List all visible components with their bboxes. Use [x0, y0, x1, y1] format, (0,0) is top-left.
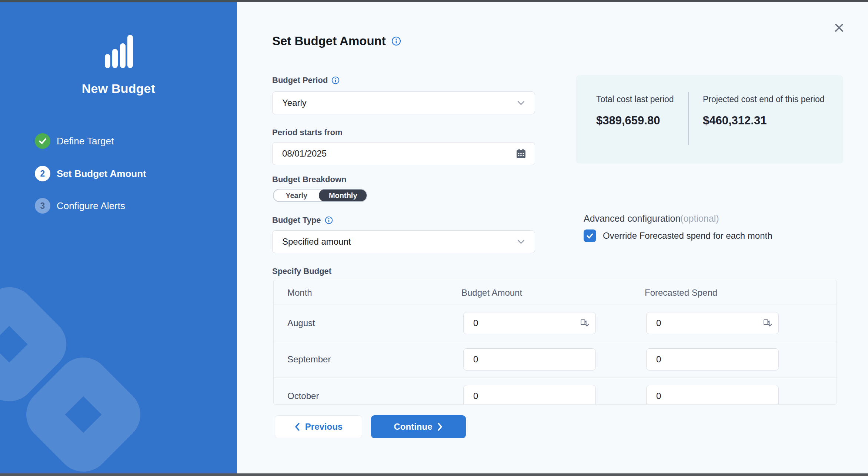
- projected-cost-label: Projected cost end of this period: [703, 93, 829, 106]
- forecasted-spend-field: [646, 348, 779, 371]
- page-title: Set Budget Amount: [272, 34, 386, 48]
- budget-period-value: Yearly: [282, 98, 307, 108]
- period-starts-label: Period starts from: [272, 128, 343, 137]
- wizard-title: New Budget: [0, 81, 237, 96]
- specify-budget-table: Month Budget Amount Forecasted Spend Aug…: [273, 280, 837, 405]
- wizard-content: Set Budget Amount Budget Period Yearly P…: [237, 2, 868, 473]
- bar-chart-icon: [105, 34, 133, 68]
- total-cost-last-period-value: $389,659.80: [596, 114, 681, 127]
- specify-budget-label: Specify Budget: [272, 267, 331, 276]
- budget-breakdown-toggle: Yearly Monthly: [273, 189, 367, 202]
- advanced-configuration-label: Advanced configuration: [584, 213, 680, 224]
- budget-wizard-window: New Budget Define Target 2 Set Budget Am…: [0, 0, 868, 476]
- budget-amount-input[interactable]: [473, 391, 562, 401]
- copy-down-icon[interactable]: [580, 318, 590, 328]
- table-header-row: Month Budget Amount Forecasted Spend: [274, 280, 837, 305]
- close-icon[interactable]: [832, 20, 847, 35]
- chevron-down-icon: [517, 100, 525, 105]
- budget-amount-field: [463, 312, 596, 334]
- info-icon[interactable]: [331, 76, 340, 84]
- step-number-bubble: 2: [35, 166, 50, 181]
- column-header-month: Month: [287, 280, 312, 305]
- budget-amount-input[interactable]: [473, 318, 562, 328]
- table-row: October: [274, 378, 837, 405]
- override-forecast-checkbox[interactable]: [584, 229, 596, 242]
- step-set-budget-amount[interactable]: 2 Set Budget Amount: [35, 165, 146, 182]
- forecasted-spend-field: [646, 385, 779, 405]
- calendar-icon[interactable]: [515, 148, 527, 159]
- month-cell: September: [287, 341, 331, 378]
- column-header-forecasted-spend: Forecasted Spend: [645, 280, 717, 305]
- forecasted-spend-field: [646, 312, 779, 334]
- table-row: September: [274, 341, 837, 378]
- continue-button-label: Continue: [394, 422, 433, 432]
- budget-period-select[interactable]: Yearly: [272, 91, 535, 114]
- forecasted-spend-input[interactable]: [656, 391, 745, 401]
- forecasted-spend-input[interactable]: [656, 354, 745, 365]
- step-number-bubble: 3: [35, 198, 50, 214]
- wizard-sidebar: New Budget Define Target 2 Set Budget Am…: [0, 2, 237, 473]
- cost-summary-card: Total cost last period $389,659.80 Proje…: [576, 75, 843, 164]
- budget-breakdown-label: Budget Breakdown: [272, 175, 346, 184]
- budget-period-label: Budget Period: [272, 76, 328, 85]
- step-complete-bubble: [35, 133, 50, 149]
- optional-label: (optional): [680, 213, 719, 224]
- previous-button[interactable]: Previous: [275, 415, 362, 438]
- forecasted-spend-input[interactable]: [656, 318, 745, 328]
- continue-button[interactable]: Continue: [371, 415, 466, 438]
- advanced-configuration-heading: Advanced configuration(optional): [584, 213, 719, 224]
- period-start-date-input[interactable]: [282, 148, 515, 159]
- budget-amount-field: [463, 385, 596, 405]
- step-define-target[interactable]: Define Target: [35, 133, 114, 149]
- budget-type-value: Specified amount: [282, 237, 351, 247]
- budget-amount-input[interactable]: [473, 354, 562, 365]
- month-cell: August: [287, 305, 315, 341]
- info-icon[interactable]: [325, 216, 333, 224]
- chevron-down-icon: [517, 239, 525, 244]
- toggle-monthly[interactable]: Monthly: [319, 189, 367, 202]
- column-header-budget-amount: Budget Amount: [461, 280, 522, 305]
- step-configure-alerts[interactable]: 3 Configure Alerts: [35, 198, 125, 214]
- check-icon: [586, 232, 594, 240]
- check-icon: [38, 137, 47, 145]
- budget-type-label: Budget Type: [272, 215, 321, 225]
- budget-amount-field: [463, 348, 596, 371]
- toggle-yearly[interactable]: Yearly: [274, 190, 319, 201]
- window-bottom-border: [0, 473, 868, 476]
- chevron-left-icon: [294, 422, 300, 431]
- info-icon[interactable]: [391, 36, 401, 46]
- period-start-date-field: [272, 142, 535, 165]
- table-row: August: [274, 305, 837, 341]
- copy-down-icon[interactable]: [762, 318, 772, 328]
- chevron-right-icon: [437, 422, 443, 431]
- total-cost-last-period-label: Total cost last period: [596, 93, 681, 106]
- step-label: Set Budget Amount: [57, 168, 146, 180]
- month-cell: October: [287, 378, 319, 405]
- cost-card-divider: [688, 92, 689, 145]
- override-forecast-checkbox-row: Override Forecasted spend for each month: [584, 229, 772, 242]
- step-label: Configure Alerts: [57, 200, 125, 212]
- previous-button-label: Previous: [305, 422, 343, 432]
- budget-type-select[interactable]: Specified amount: [272, 230, 535, 253]
- override-forecast-label: Override Forecasted spend for each month: [603, 231, 772, 241]
- step-label: Define Target: [57, 135, 114, 147]
- projected-cost-value: $460,312.31: [703, 114, 829, 127]
